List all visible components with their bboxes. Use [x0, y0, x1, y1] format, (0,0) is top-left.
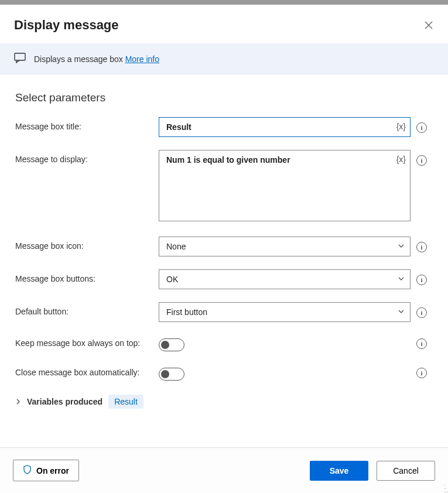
variables-produced-label: Variables produced [27, 397, 102, 406]
label-title: Message box title: [15, 117, 153, 131]
info-button-ontop[interactable]: i [416, 338, 427, 349]
select-value: None [166, 242, 186, 251]
info-button-buttons[interactable]: i [416, 275, 427, 285]
banner-description: Displays a message box [34, 54, 125, 64]
always-on-top-toggle[interactable] [159, 338, 184, 351]
default-button-select[interactable]: First button [159, 302, 411, 322]
window-top-strip [0, 0, 448, 5]
message-to-display-textarea[interactable] [159, 150, 411, 221]
label-autoclose: Close message box automatically: [15, 364, 153, 377]
toggle-knob [161, 370, 169, 378]
variables-produced-row[interactable]: Variables produced Result [0, 391, 448, 420]
info-button-title[interactable]: i [416, 122, 427, 133]
message-box-icon [14, 53, 26, 66]
label-icon: Message box icon: [15, 237, 153, 251]
variable-chip[interactable]: Result [108, 395, 143, 409]
insert-variable-button[interactable]: {x} [395, 121, 407, 132]
close-automatically-toggle[interactable] [159, 368, 184, 381]
select-value: First button [166, 307, 207, 317]
chevron-right-icon [15, 398, 21, 406]
row-title: Message box title: {x} i [15, 117, 433, 137]
shield-icon [23, 465, 32, 476]
banner-text: Displays a message box More info [34, 54, 159, 64]
info-button-default[interactable]: i [416, 307, 427, 318]
info-button-autoclose[interactable]: i [416, 368, 427, 378]
message-box-title-input[interactable] [159, 117, 411, 137]
on-error-button[interactable]: On error [13, 460, 79, 481]
label-default: Default button: [15, 302, 153, 316]
close-button[interactable] [423, 20, 434, 30]
svg-rect-2 [15, 53, 25, 60]
row-buttons: Message box buttons: OK i [15, 269, 433, 289]
row-ontop: Keep message box always on top: i [15, 335, 433, 351]
toggle-knob [161, 341, 169, 349]
info-button-icon[interactable]: i [416, 242, 427, 252]
info-button-message[interactable]: i [416, 155, 427, 166]
dialog-footer: On error Save Cancel [0, 447, 448, 493]
message-box-icon-select[interactable]: None [159, 237, 411, 256]
close-icon [425, 21, 433, 29]
dialog-title: Display message [14, 18, 119, 33]
resize-grip[interactable]: .. .. . . [444, 481, 447, 492]
on-error-label: On error [36, 466, 69, 475]
section-title: Select parameters [15, 91, 433, 104]
row-message: Message to display: {x} i [15, 150, 433, 224]
description-banner: Displays a message box More info [0, 43, 448, 75]
select-value: OK [166, 275, 178, 284]
row-autoclose: Close message box automatically: i [15, 364, 433, 381]
more-info-link[interactable]: More info [125, 54, 159, 64]
row-default: Default button: First button i [15, 302, 433, 322]
insert-variable-button[interactable]: {x} [395, 153, 407, 165]
label-message: Message to display: [15, 150, 153, 164]
dialog-header: Display message [0, 5, 448, 43]
row-icon: Message box icon: None i [15, 237, 433, 256]
label-buttons: Message box buttons: [15, 269, 153, 283]
message-box-buttons-select[interactable]: OK [159, 269, 411, 289]
cancel-button[interactable]: Cancel [377, 461, 435, 481]
save-button[interactable]: Save [310, 461, 368, 481]
label-ontop: Keep message box always on top: [15, 335, 153, 348]
parameters-section: Select parameters Message box title: {x}… [0, 75, 448, 391]
